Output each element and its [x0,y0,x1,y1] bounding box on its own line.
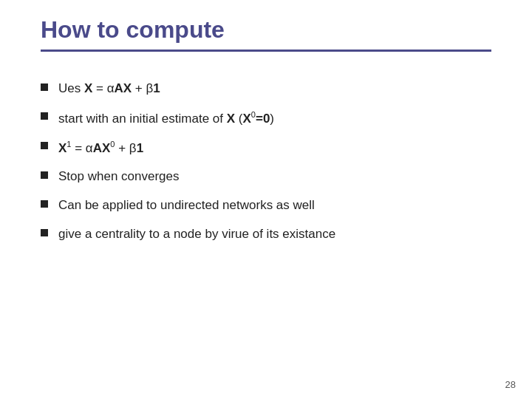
bullet-icon [41,142,48,149]
bullet-text: give a centrality to a node by virue of … [58,225,491,244]
list-item: give a centrality to a node by virue of … [41,225,491,244]
list-item: start with an initial estimate of X (X0=… [41,109,491,128]
bullet-list: Ues X = αAX + β1 start with an initial e… [41,80,491,243]
bullet-icon [41,83,48,91]
bullet-icon [41,112,48,120]
content-section: Ues X = αAX + β1 start with an initial e… [0,72,532,243]
list-item: X1 = αAX0 + β1 [41,138,491,157]
header-section: How to compute [0,0,532,72]
list-item: Can be applied to undirected networks as… [41,197,491,215]
bullet-text: Can be applied to undirected networks as… [58,197,491,215]
title-underline [41,50,491,52]
page-number: 28 [505,379,516,390]
bullet-icon [41,229,48,236]
list-item: Ues X = αAX + β1 [41,80,491,98]
list-item: Stop when converges [41,168,491,186]
bullet-text: start with an initial estimate of X (X0=… [58,109,491,128]
bullet-icon [41,171,48,179]
slide-title: How to compute [41,16,491,44]
bullet-text: X1 = αAX0 + β1 [58,138,491,157]
bullet-text: Ues X = αAX + β1 [58,80,491,98]
bullet-icon [41,200,48,208]
slide: How to compute Ues X = αAX + β1 start wi… [0,0,532,399]
bullet-text: Stop when converges [58,168,491,186]
